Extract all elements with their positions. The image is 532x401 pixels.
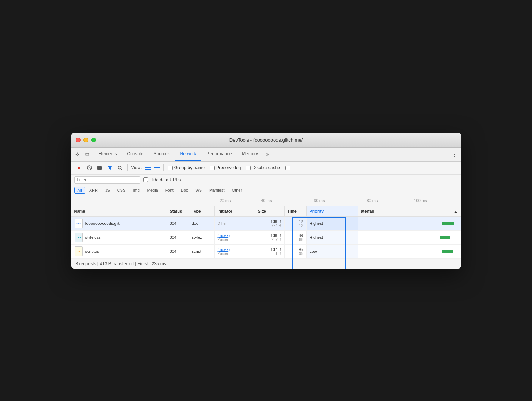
network-table-container: Name Status Type Initiator Size Time Pri… xyxy=(71,206,461,259)
timeline-marker-20ms: 20 ms xyxy=(220,198,231,203)
inspector-icon[interactable]: ⧉ xyxy=(84,151,90,157)
filter-type-other[interactable]: Other xyxy=(229,187,246,194)
view-label: View: xyxy=(131,165,142,170)
td-type: style... xyxy=(189,231,215,244)
tab-console[interactable]: Console xyxy=(122,147,149,161)
extra-checkbox[interactable] xyxy=(285,166,290,170)
filter-types-bar: AllXHRJSCSSImgMediaFontDocWSManifestOthe… xyxy=(71,185,461,195)
waterfall-bar xyxy=(442,222,454,225)
maximize-button[interactable] xyxy=(91,138,96,142)
filter-type-img[interactable]: Img xyxy=(129,187,143,194)
timeline-marker-40ms: 40 ms xyxy=(261,198,272,203)
title-bar: DevTools - foooooooods.glitch.me/ xyxy=(71,133,461,148)
disable-cache-label[interactable]: Disable cache xyxy=(246,165,280,170)
tab-performance[interactable]: Performance xyxy=(201,147,237,161)
td-size: 138 B 734 B xyxy=(255,217,285,230)
td-priority: Highest xyxy=(307,217,358,230)
filter-type-doc[interactable]: Doc xyxy=(178,187,192,194)
list-view-button[interactable] xyxy=(144,164,152,172)
th-status[interactable]: Status xyxy=(167,206,189,216)
record-button[interactable]: ● xyxy=(74,163,84,173)
preserve-log-checkbox[interactable] xyxy=(210,166,215,170)
td-type: doc... xyxy=(189,217,215,230)
th-priority[interactable]: Priority xyxy=(307,206,358,216)
tab-sources[interactable]: Sources xyxy=(149,147,175,161)
svg-rect-11 xyxy=(154,167,157,168)
filter-type-all[interactable]: All xyxy=(74,187,85,194)
camera-button[interactable] xyxy=(95,163,104,173)
table-row[interactable]: JS script.js 304 script (index)Parser 13… xyxy=(71,245,461,259)
tab-network[interactable]: Network xyxy=(175,147,201,161)
preserve-log-label[interactable]: Preserve log xyxy=(210,165,241,170)
table-rows: </> foooooooooods.glit... 304 doc... Oth… xyxy=(71,217,461,259)
file-icon-css: CSS xyxy=(75,233,83,242)
time-primary: 89 xyxy=(299,233,303,238)
size-primary: 138 B xyxy=(271,219,281,224)
initiator-link[interactable]: (index) xyxy=(218,247,230,252)
file-icon: CSS xyxy=(74,232,83,242)
minimize-button[interactable] xyxy=(83,138,88,142)
td-time: 89 88 xyxy=(285,231,307,244)
filter-type-font[interactable]: Font xyxy=(162,187,177,194)
filter-type-manifest[interactable]: Manifest xyxy=(206,187,228,194)
group-by-frame-checkbox[interactable] xyxy=(168,166,173,170)
extra-checkbox-label[interactable] xyxy=(285,166,290,170)
time-primary: 12 xyxy=(299,219,303,224)
filter-type-media[interactable]: Media xyxy=(144,187,161,194)
td-initiator: (index)Parser xyxy=(215,231,255,244)
group-by-frame-label[interactable]: Group by frame xyxy=(168,165,205,170)
tab-memory[interactable]: Memory xyxy=(237,147,263,161)
td-name: </> foooooooooods.glit... xyxy=(71,217,167,230)
th-type[interactable]: Type xyxy=(189,206,215,216)
filter-input[interactable] xyxy=(77,177,138,182)
timeline-header: 20 ms40 ms60 ms80 ms100 ms xyxy=(71,195,461,206)
tab-elements[interactable]: Elements xyxy=(93,147,122,161)
th-name[interactable]: Name xyxy=(71,206,167,216)
filter-type-js[interactable]: JS xyxy=(102,187,113,194)
td-name: CSS style.css xyxy=(71,231,167,244)
td-waterfall xyxy=(358,231,461,244)
table-row[interactable]: </> foooooooooods.glit... 304 doc... Oth… xyxy=(71,217,461,231)
filter-type-css[interactable]: CSS xyxy=(114,187,129,194)
td-priority: Low xyxy=(307,245,358,258)
time-secondary: 95 xyxy=(299,252,303,256)
table-row[interactable]: CSS style.css 304 style... (index)Parser… xyxy=(71,231,461,245)
th-size[interactable]: Size xyxy=(255,206,285,216)
svg-rect-10 xyxy=(157,166,160,166)
filter-type-ws[interactable]: WS xyxy=(192,187,205,194)
th-initiator[interactable]: Initiator xyxy=(215,206,255,216)
td-waterfall xyxy=(358,217,461,230)
td-name: JS script.js xyxy=(71,245,167,258)
hide-data-urls-label[interactable]: Hide data URLs xyxy=(143,177,181,182)
status-bar: 3 requests | 413 B transferred | Finish:… xyxy=(71,259,461,269)
window-title: DevTools - foooooooods.glitch.me/ xyxy=(229,137,303,143)
th-waterfall[interactable]: aterfall ▲ xyxy=(358,206,461,216)
filter-type-xhr[interactable]: XHR xyxy=(86,187,101,194)
clear-button[interactable] xyxy=(85,163,94,173)
svg-rect-8 xyxy=(145,169,151,170)
devtools-menu-button[interactable]: ⋮ xyxy=(451,150,458,158)
initiator-link[interactable]: (index) xyxy=(218,233,230,238)
cursor-icon[interactable]: ⊹ xyxy=(74,151,81,157)
file-icon-js: JS xyxy=(75,246,83,256)
td-priority: Highest xyxy=(307,231,358,244)
close-button[interactable] xyxy=(76,138,81,142)
svg-line-5 xyxy=(121,168,122,170)
time-secondary: 88 xyxy=(299,238,303,242)
search-button[interactable] xyxy=(115,163,125,173)
disable-cache-checkbox[interactable] xyxy=(246,166,251,170)
hide-data-urls-checkbox[interactable] xyxy=(143,177,148,182)
th-time[interactable]: Time xyxy=(285,206,307,216)
timeline-marker-80ms: 80 ms xyxy=(367,198,378,203)
td-status: 304 xyxy=(167,245,189,258)
initiator-sub: Parser xyxy=(218,252,228,256)
td-time: 95 95 xyxy=(285,245,307,258)
size-primary: 138 B xyxy=(271,233,281,238)
svg-rect-7 xyxy=(145,167,151,168)
td-status: 304 xyxy=(167,217,189,230)
size-secondary: 734 B xyxy=(271,224,281,228)
status-text: 3 requests | 413 B transferred | Finish:… xyxy=(76,261,166,266)
grouped-view-button[interactable] xyxy=(153,164,161,172)
tabs-more-button[interactable]: » xyxy=(263,151,272,157)
filter-button[interactable] xyxy=(105,163,115,173)
